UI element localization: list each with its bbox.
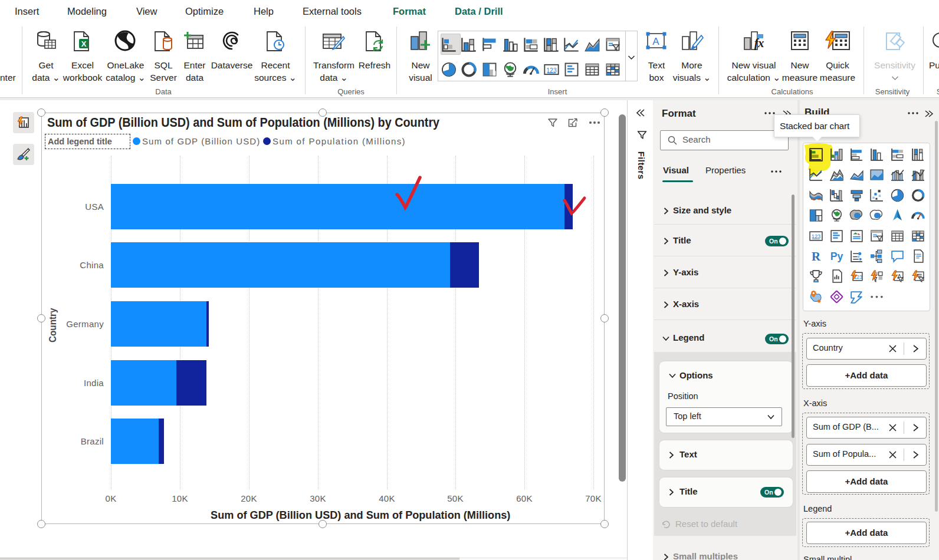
svg-text:Py: Py — [830, 251, 843, 262]
svg-text:R: R — [812, 249, 821, 263]
svg-text:fx: fx — [754, 37, 764, 50]
svg-text:123: 123 — [812, 233, 821, 239]
svg-text:123: 123 — [546, 67, 557, 74]
svg-text:X: X — [81, 39, 87, 48]
svg-text:A: A — [652, 36, 659, 47]
